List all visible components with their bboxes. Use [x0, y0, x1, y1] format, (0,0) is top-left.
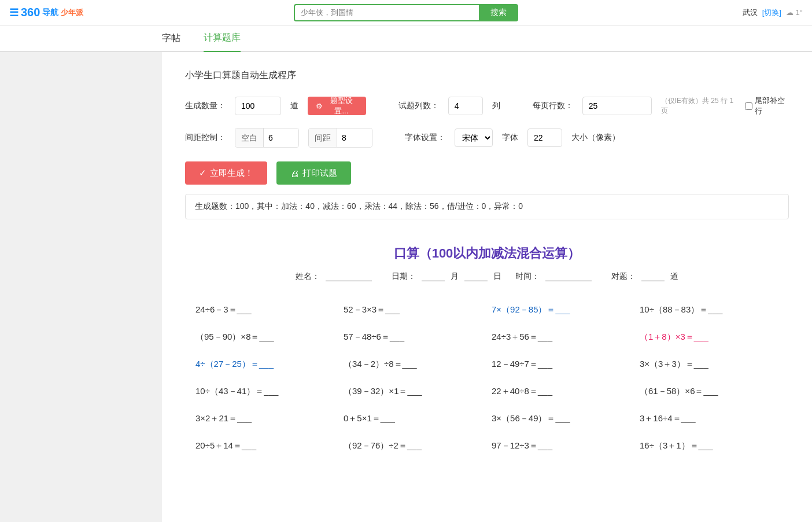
time-label: 时间：: [515, 271, 597, 282]
generate-label: 生成数量：: [185, 101, 226, 111]
problem-cell: 3×2＋21＝___: [191, 405, 339, 432]
problem-cell: 52－3×3＝___: [339, 296, 487, 323]
spacing-gap-box: 间距: [308, 128, 372, 148]
rows-hint: （仅IE有效）共 25 行 1 页: [661, 96, 736, 116]
rows-input[interactable]: [582, 97, 652, 115]
problem-cell: 0＋5×1＝___: [339, 405, 487, 432]
problem-cell: 22＋40÷8＝___: [487, 377, 635, 405]
gap-label: 间距: [309, 128, 337, 147]
sheet-info: 姓名： 日期： 月 日 时间： 对题： 道: [191, 271, 783, 282]
problem-cell: 3×（56－49）＝___: [487, 405, 635, 432]
form-row-2: 间距控制： 空白 间距 字体设置： 宋体 黑体 楷体 字体 大小（像素）: [185, 128, 789, 148]
font-size-unit: 大小（像素）: [571, 133, 620, 143]
problem-cell: 3＋16÷4＝___: [635, 405, 783, 432]
font-select[interactable]: 宋体 黑体 楷体: [455, 128, 493, 147]
problem-cell: 3×（3＋3）＝___: [635, 350, 783, 377]
sheet-title: 口算（100以内加减法混合运算）: [191, 245, 783, 262]
font-unit: 字体: [502, 133, 518, 143]
logo: ☰ 360 导航 少年派: [9, 6, 83, 19]
problem-cell: 4÷（27－25）＝___: [191, 350, 339, 377]
tail-checkbox[interactable]: [745, 102, 752, 110]
check-icon: ✓: [199, 168, 206, 178]
problem-cell: （1＋8）×3＝___: [635, 323, 783, 350]
name-label: 姓名：: [296, 271, 378, 282]
blank-input[interactable]: [264, 128, 298, 147]
date-label: 日期： 月 日: [392, 271, 501, 282]
columns-input[interactable]: [448, 97, 483, 115]
gap-input[interactable]: [337, 128, 372, 147]
weather-label: ☁ 1°: [786, 8, 803, 17]
header: ☰ 360 导航 少年派 搜索 武汉 [切换] ☁ 1°: [0, 0, 812, 25]
logo-daohang: 导航: [42, 8, 58, 18]
content-area: 小学生口算题自动生成程序 生成数量： 道 ⚙ 题型设置... 试题列数： 列 每…: [162, 52, 812, 522]
search-button[interactable]: 搜索: [479, 4, 518, 21]
city-label: 武汉: [743, 8, 758, 18]
font-label: 字体设置：: [405, 133, 445, 143]
topic-label: 对题： 道: [611, 271, 678, 282]
nav-item-zitie[interactable]: 字帖: [162, 25, 180, 52]
main-layout: 小学生口算题自动生成程序 生成数量： 道 ⚙ 题型设置... 试题列数： 列 每…: [0, 52, 812, 522]
problem-cell: （39－32）×1＝___: [339, 377, 487, 405]
problem-cell: （34－2）÷8＝___: [339, 350, 487, 377]
logo-shaonian: 少年派: [61, 8, 83, 18]
printer-icon: 🖨: [290, 168, 299, 178]
columns-unit: 列: [492, 101, 500, 111]
problem-cell: 12－49÷7＝___: [487, 350, 635, 377]
header-right: 武汉 [切换] ☁ 1°: [743, 8, 803, 18]
gear-icon: ⚙: [316, 102, 323, 111]
tail-label: 尾部补空行: [755, 95, 789, 116]
search-bar: 搜索: [294, 4, 518, 21]
blank-label: 空白: [235, 128, 264, 147]
logo-360: 360: [21, 6, 40, 19]
generate-input[interactable]: [235, 97, 281, 115]
problem-cell: （61－58）×6＝___: [635, 377, 783, 405]
problem-cell: 7×（92－85）＝___: [487, 296, 635, 323]
print-button[interactable]: 🖨 打印试题: [276, 161, 351, 185]
problem-cell: 24÷6－3＝___: [191, 296, 339, 323]
problem-cell: （95－90）×8＝___: [191, 323, 339, 350]
problems-grid: 24÷6－3＝___52－3×3＝___7×（92－85）＝___10÷（88－…: [191, 296, 783, 459]
form-row-1: 生成数量： 道 ⚙ 题型设置... 试题列数： 列 每页行数： （仅IE有效）共…: [185, 95, 789, 116]
hamburger-icon[interactable]: ☰: [9, 6, 19, 19]
rows-label: 每页行数：: [533, 101, 573, 111]
problem-cell: 16÷（3＋1）＝___: [635, 432, 783, 459]
settings-button[interactable]: ⚙ 题型设置...: [308, 97, 366, 115]
nav-item-jisuan[interactable]: 计算题库: [204, 25, 241, 52]
switch-button[interactable]: [切换]: [762, 8, 781, 18]
spacing-blank-box: 空白: [235, 128, 299, 148]
tail-checkbox-label[interactable]: 尾部补空行: [745, 95, 789, 116]
problem-cell: （92－76）÷2＝___: [339, 432, 487, 459]
columns-label: 试题列数：: [398, 101, 439, 111]
exercise-sheet: 口算（100以内加减法混合运算） 姓名： 日期： 月 日 时间： 对题： 道 2…: [185, 233, 789, 470]
problem-cell: 20÷5＋14＝___: [191, 432, 339, 459]
nav-bar: 字帖 计算题库: [0, 25, 812, 52]
sidebar: [0, 52, 162, 522]
problem-cell: 24÷3＋56＝___: [487, 323, 635, 350]
page-title: 小学生口算题自动生成程序: [185, 69, 789, 82]
status-bar: 生成题数：100，其中：加法：40，减法：60，乘法：44，除法：56，借/进位…: [185, 194, 789, 219]
spacing-label: 间距控制：: [185, 133, 226, 143]
btn-row: ✓ 立即生成！ 🖨 打印试题: [185, 161, 789, 185]
problem-cell: 57－48÷6＝___: [339, 323, 487, 350]
generate-unit: 道: [290, 101, 298, 111]
search-input[interactable]: [294, 4, 479, 21]
problem-cell: 10÷（43－41）＝___: [191, 377, 339, 405]
problem-cell: 97－12÷3＝___: [487, 432, 635, 459]
problem-cell: 10÷（88－83）＝___: [635, 296, 783, 323]
generate-button[interactable]: ✓ 立即生成！: [185, 161, 267, 185]
font-size-input[interactable]: [527, 128, 562, 147]
